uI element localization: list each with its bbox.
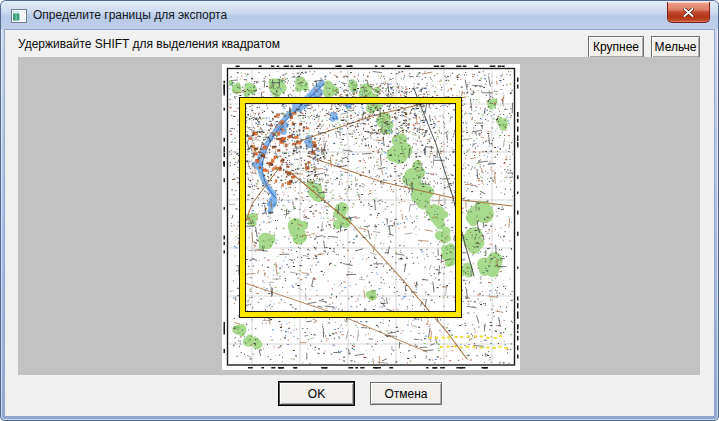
shift-hint-label: Удерживайте SHIFT для выделения квадрато…	[18, 37, 280, 51]
window-title: Определите границы для экспорта	[33, 8, 227, 22]
zoom-in-button[interactable]: Крупнее	[588, 36, 644, 58]
cancel-button[interactable]: Отмена	[370, 382, 442, 405]
ok-button[interactable]: OK	[279, 382, 354, 405]
close-button[interactable]	[667, 2, 710, 23]
map-preview-panel	[18, 57, 700, 375]
export-selection-rectangle[interactable]	[240, 98, 461, 317]
map-window-icon	[11, 8, 27, 24]
close-icon	[683, 8, 694, 17]
dialog-client-area: Удерживайте SHIFT для выделения квадрато…	[4, 29, 715, 417]
zoom-out-button[interactable]: Мельче	[651, 36, 700, 58]
export-bounds-dialog: Определите границы для экспорта Удержива…	[0, 0, 719, 421]
titlebar[interactable]: Определите границы для экспорта	[1, 1, 718, 29]
